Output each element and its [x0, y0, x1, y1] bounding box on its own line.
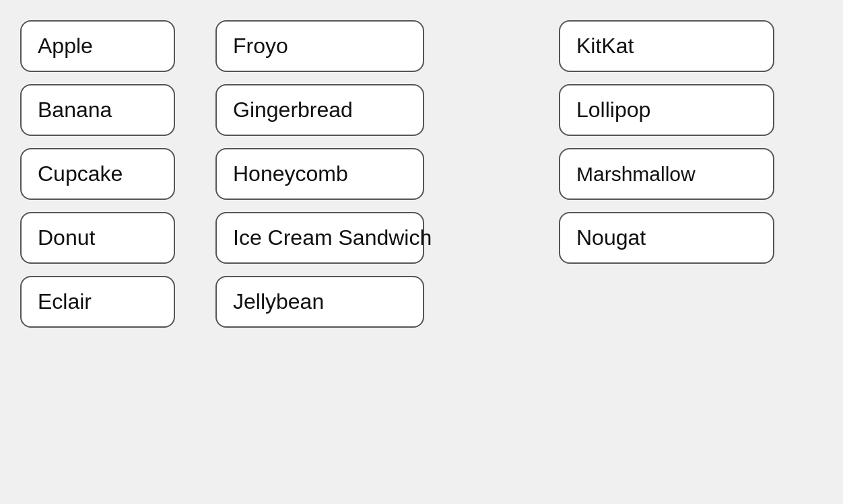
- chip-jellybean[interactable]: Jellybean: [215, 276, 424, 328]
- chip-froyo[interactable]: Froyo: [215, 20, 424, 72]
- chip-apple[interactable]: Apple: [20, 20, 175, 72]
- chip-kitkat[interactable]: KitKat: [559, 20, 774, 72]
- chip-nougat[interactable]: Nougat: [559, 212, 774, 264]
- chip-banana[interactable]: Banana: [20, 84, 175, 136]
- chip-donut[interactable]: Donut: [20, 212, 175, 264]
- chip-ice-cream-sandwich[interactable]: Ice Cream Sandwich: [215, 212, 424, 264]
- chip-cupcake[interactable]: Cupcake: [20, 148, 175, 200]
- chips-grid: Apple Banana Cupcake Donut Eclair Froyo …: [20, 20, 774, 328]
- chip-lollipop[interactable]: Lollipop: [559, 84, 774, 136]
- chip-gingerbread[interactable]: Gingerbread: [215, 84, 424, 136]
- chip-marshmallow[interactable]: Marshmallow: [559, 148, 774, 200]
- chip-eclair[interactable]: Eclair: [20, 276, 175, 328]
- chip-honeycomb[interactable]: Honeycomb: [215, 148, 424, 200]
